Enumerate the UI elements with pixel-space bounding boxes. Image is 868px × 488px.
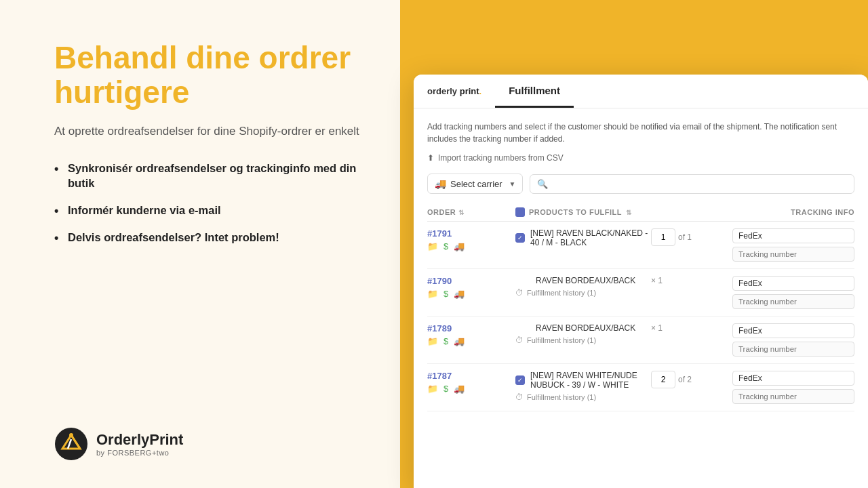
left-panel: Behandl dine ordrer hurtigere At oprette… xyxy=(0,0,400,488)
truck-action-icon[interactable]: 🚚 xyxy=(454,241,465,251)
th-order: ORDER ⇅ xyxy=(427,208,515,216)
tracking-input[interactable] xyxy=(732,294,854,309)
fulfillment-history[interactable]: ⏱ Fulfillment history (1) xyxy=(515,288,651,298)
clock-icon: ⏱ xyxy=(515,392,524,402)
product-name: [NEW] RAVEN WHITE/NUDE NUBUCK - 39 / W -… xyxy=(530,371,651,390)
table-header: ORDER ⇅ PRODUCTS TO FULFILL ⇅ TRACKING I… xyxy=(427,203,854,222)
sort-icon: ⇅ xyxy=(458,209,465,216)
carrier-select[interactable]: 🚚 Select carrier ▼ xyxy=(427,174,523,194)
right-panel: orderly print. Fulfillment Add tracking … xyxy=(400,0,868,488)
dollar-icon[interactable]: $ xyxy=(443,336,448,346)
table-row: #1791 📁 $ 🚚 ✓ [NEW] RAVEN BLACK/NAKED - … xyxy=(427,222,854,269)
table-row: #1789 📁 $ 🚚 RAVEN BORDEAUX/BACK ⏱ Fulfil xyxy=(427,317,854,364)
qty-total: × 1 xyxy=(651,276,663,285)
feature-item-1: Synkronisér ordreafsendelser og tracking… xyxy=(54,161,359,191)
headline: Behandl dine ordrer hurtigere xyxy=(54,41,359,109)
carrier-tag[interactable]: FedEx xyxy=(732,276,854,291)
order-actions: 📁 $ 🚚 xyxy=(427,289,515,299)
feature-item-3: Delvis ordreafsendelser? Intet problem! xyxy=(54,230,359,245)
order-id-col: #1787 📁 $ 🚚 xyxy=(427,371,515,394)
app-body: Add tracking numbers and select if the c… xyxy=(414,108,868,488)
fulfillment-history[interactable]: ⏱ Fulfillment history (1) xyxy=(515,392,651,402)
order-id-col: #1789 📁 $ 🚚 xyxy=(427,323,515,346)
select-all-checkbox[interactable] xyxy=(515,207,525,217)
import-link[interactable]: ⬆ Import tracking numbers from CSV xyxy=(427,153,854,163)
product-name: [NEW] RAVEN BLACK/NAKED - 40 / M - BLACK xyxy=(530,228,651,247)
product-name: RAVEN BORDEAUX/BACK xyxy=(536,276,635,285)
product-col: ✓ [NEW] RAVEN BLACK/NAKED - 40 / M - BLA… xyxy=(515,228,651,247)
qty-total: of 1 xyxy=(678,232,692,242)
product-col: RAVEN BORDEAUX/BACK ⏱ Fulfillment histor… xyxy=(515,323,651,345)
svg-point-0 xyxy=(55,428,87,460)
search-box[interactable]: 🔍 xyxy=(530,174,854,194)
app-window: orderly print. Fulfillment Add tracking … xyxy=(414,75,868,488)
logo-area: OrderlyPrint by FORSBERG+two xyxy=(54,427,359,461)
truck-action-icon[interactable]: 🚚 xyxy=(454,336,465,346)
left-content: Behandl dine ordrer hurtigere At oprette… xyxy=(54,41,359,258)
product-checkbox[interactable]: ✓ xyxy=(515,375,525,385)
orderly-print-logo-icon xyxy=(54,427,88,461)
dollar-icon[interactable]: $ xyxy=(443,241,448,251)
qty-input[interactable] xyxy=(651,228,675,246)
dollar-icon[interactable]: $ xyxy=(443,289,448,299)
toolbar: 🚚 Select carrier ▼ 🔍 xyxy=(427,174,854,194)
product-col: RAVEN BORDEAUX/BACK ⏱ Fulfillment histor… xyxy=(515,276,651,298)
th-products: PRODUCTS TO FULFILL ⇅ xyxy=(515,207,651,217)
folder-icon[interactable]: 📁 xyxy=(427,384,438,394)
order-id-col: #1791 📁 $ 🚚 xyxy=(427,228,515,251)
tracking-col: FedEx xyxy=(732,323,854,357)
clock-icon: ⏱ xyxy=(515,336,524,345)
qty-col: of 2 xyxy=(651,371,732,388)
folder-icon[interactable]: 📁 xyxy=(427,336,438,346)
tracking-col: FedEx xyxy=(732,276,854,309)
folder-icon[interactable]: 📁 xyxy=(427,289,438,299)
feature-list: Synkronisér ordreafsendelser og tracking… xyxy=(54,161,359,245)
product-checkbox[interactable]: ✓ xyxy=(515,233,525,243)
order-actions: 📁 $ 🚚 xyxy=(427,336,515,346)
svg-point-1 xyxy=(69,433,73,437)
product-name: RAVEN BORDEAUX/BACK xyxy=(536,323,635,333)
qty-total: × 1 xyxy=(651,323,663,333)
carrier-tag[interactable]: FedEx xyxy=(732,371,854,386)
table-row: #1790 📁 $ 🚚 RAVEN BORDEAUX/BACK ⏱ Fulfil xyxy=(427,269,854,317)
sort-icon-products: ⇅ xyxy=(626,209,632,216)
tracking-input[interactable] xyxy=(732,389,854,404)
order-number[interactable]: #1789 xyxy=(427,323,515,333)
order-id-col: #1790 📁 $ 🚚 xyxy=(427,276,515,299)
tracking-input[interactable] xyxy=(732,342,854,357)
subtitle: At oprette ordreafsendelser for dine Sho… xyxy=(54,123,359,140)
th-tracking: TRACKING INFO xyxy=(732,208,854,216)
logo-text-block: OrderlyPrint by FORSBERG+two xyxy=(96,431,183,457)
truck-action-icon[interactable]: 🚚 xyxy=(454,384,465,394)
info-text: Add tracking numbers and select if the c… xyxy=(427,121,854,145)
clock-icon: ⏱ xyxy=(515,288,524,298)
app-header: orderly print. Fulfillment xyxy=(414,75,868,108)
order-actions: 📁 $ 🚚 xyxy=(427,241,515,251)
tracking-col: FedEx xyxy=(732,371,854,404)
logo-sub-brand: by FORSBERG+two xyxy=(96,449,183,457)
qty-input[interactable] xyxy=(651,371,675,388)
search-icon: 🔍 xyxy=(537,179,548,189)
logo-brand-name: OrderlyPrint xyxy=(96,431,183,449)
tracking-col: FedEx xyxy=(732,228,854,262)
order-number[interactable]: #1790 xyxy=(427,276,515,286)
qty-col: × 1 xyxy=(651,276,732,285)
table-row: #1787 📁 $ 🚚 ✓ [NEW] RAVEN WHITE/NUDE NUB… xyxy=(427,364,854,411)
truck-icon: 🚚 xyxy=(435,178,446,189)
folder-icon[interactable]: 📁 xyxy=(427,241,438,251)
feature-item-2: Informér kunderne via e-mail xyxy=(54,203,359,218)
fulfillment-tab[interactable]: Fulfillment xyxy=(495,75,574,108)
import-icon: ⬆ xyxy=(427,153,434,163)
dollar-icon[interactable]: $ xyxy=(443,384,448,394)
qty-total: of 2 xyxy=(678,375,692,384)
order-number[interactable]: #1787 xyxy=(427,371,515,381)
order-actions: 📁 $ 🚚 xyxy=(427,384,515,394)
carrier-tag[interactable]: FedEx xyxy=(732,323,854,338)
fulfillment-history[interactable]: ⏱ Fulfillment history (1) xyxy=(515,336,651,345)
truck-action-icon[interactable]: 🚚 xyxy=(454,289,465,299)
qty-col: × 1 xyxy=(651,323,732,333)
order-number[interactable]: #1791 xyxy=(427,228,515,239)
product-col: ✓ [NEW] RAVEN WHITE/NUDE NUBUCK - 39 / W… xyxy=(515,371,651,402)
tracking-input[interactable] xyxy=(732,247,854,262)
carrier-tag[interactable]: FedEx xyxy=(732,228,854,243)
